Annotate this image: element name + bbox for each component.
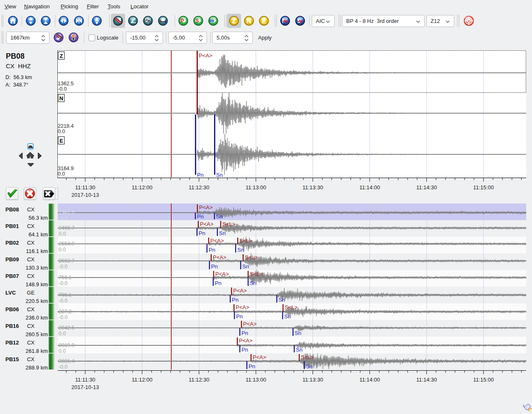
- svg-text:11:12:30: 11:12:30: [189, 184, 209, 191]
- svg-text:11:14:00: 11:14:00: [360, 377, 380, 383]
- svg-text:11:15:00: 11:15:00: [473, 377, 494, 383]
- svg-text:11:13:00: 11:13:00: [246, 377, 266, 383]
- svg-text:Pn: Pn: [197, 213, 204, 220]
- svg-text:-0.0: -0.0: [59, 364, 68, 370]
- svg-text:11:12:00: 11:12:00: [132, 377, 153, 383]
- svg-text:Sn: Sn: [219, 230, 226, 236]
- svg-text:P<A>: P<A>: [236, 304, 249, 310]
- svg-text:-0.0: -0.0: [58, 86, 67, 92]
- svg-text:Pn: Pn: [232, 297, 239, 303]
- svg-text:Sn: Sn: [216, 172, 223, 178]
- svg-text:Pn: Pn: [197, 172, 204, 178]
- svg-text:Pn: Pn: [211, 263, 218, 270]
- svg-text:Sn: Sn: [295, 330, 301, 336]
- svg-text:3164.9: 3164.9: [58, 166, 74, 171]
- svg-text:N: N: [246, 17, 251, 25]
- svg-text:0.0: 0.0: [59, 231, 66, 237]
- svg-text:11:14:30: 11:14:30: [416, 377, 437, 383]
- svg-text:P<A>: P<A>: [210, 238, 224, 244]
- svg-text:11:11:30: 11:11:30: [75, 184, 96, 191]
- svg-text:Pn: Pn: [241, 330, 248, 336]
- svg-text:S<L>: S<L>: [245, 254, 258, 260]
- svg-text:P<A>: P<A>: [199, 204, 213, 211]
- svg-text:0.0: 0.0: [58, 171, 65, 177]
- svg-text:Pn: Pn: [199, 230, 205, 236]
- svg-text:11:13:30: 11:13:30: [303, 184, 323, 191]
- svg-text:S<L>: S<L>: [239, 238, 252, 244]
- svg-text:C: C: [149, 21, 152, 25]
- svg-text:P<A>: P<A>: [215, 271, 229, 277]
- svg-text:P<A>: P<A>: [233, 288, 247, 294]
- svg-text:Sn: Sn: [242, 263, 249, 270]
- svg-text:11:15:00: 11:15:00: [473, 184, 494, 191]
- svg-text:E: E: [59, 138, 63, 144]
- svg-text:1362.5: 1362.5: [58, 81, 74, 87]
- svg-text:Z: Z: [60, 53, 63, 59]
- svg-text:Sn: Sn: [216, 213, 223, 220]
- svg-text:P<A>: P<A>: [200, 221, 214, 227]
- svg-text:P<A>: P<A>: [213, 254, 227, 260]
- svg-text:11:12:30: 11:12:30: [189, 377, 209, 383]
- svg-text:Pn: Pn: [209, 247, 215, 253]
- svg-text:-0.0: -0.0: [59, 216, 68, 221]
- svg-text:P<A>: P<A>: [253, 354, 266, 360]
- svg-text:11:14:00: 11:14:00: [360, 184, 380, 191]
- svg-text:P: P: [181, 18, 184, 24]
- svg-text:Pn: Pn: [241, 347, 248, 353]
- svg-text:Pn: Pn: [249, 363, 255, 369]
- svg-text:E: E: [262, 17, 266, 25]
- svg-text:-0.0: -0.0: [59, 298, 68, 304]
- svg-text:Sn: Sn: [250, 280, 256, 286]
- svg-text:P<A>: P<A>: [243, 321, 257, 327]
- svg-text:-0.0: -0.0: [59, 280, 68, 286]
- svg-text:11:12:00: 11:12:00: [132, 184, 153, 191]
- svg-text:Pn: Pn: [236, 313, 243, 320]
- svg-text:0.0: 0.0: [59, 348, 66, 354]
- svg-text:N: N: [59, 95, 63, 102]
- svg-text:11:13:30: 11:13:30: [303, 377, 323, 383]
- svg-text:S<L>: S<L>: [222, 221, 235, 227]
- svg-text:S<L>: S<L>: [250, 271, 263, 277]
- svg-text:P<A>: P<A>: [199, 52, 213, 59]
- svg-text:Pn: Pn: [215, 280, 222, 286]
- svg-text:-0.0: -0.0: [59, 315, 68, 320]
- svg-text:2017-10-13: 2017-10-13: [71, 384, 99, 390]
- svg-text:11:14:30: 11:14:30: [416, 184, 437, 191]
- svg-text:Sn: Sn: [296, 347, 303, 353]
- svg-text:S<L>: S<L>: [285, 304, 298, 310]
- svg-text:0.0: 0.0: [59, 247, 66, 253]
- svg-text:-0.0: -0.0: [59, 264, 68, 270]
- svg-text:2218.4: 2218.4: [58, 123, 74, 129]
- svg-text:Sn: Sn: [237, 247, 244, 253]
- svg-text:S: S: [196, 18, 199, 24]
- svg-text:11:11:30: 11:11:30: [75, 377, 96, 383]
- svg-text:Sn: Sn: [284, 313, 291, 320]
- svg-text:Sn: Sn: [278, 297, 285, 303]
- svg-text:Sn: Sn: [306, 363, 313, 369]
- svg-text:0.0: 0.0: [59, 331, 66, 337]
- svg-text:11:13:00: 11:13:00: [246, 184, 266, 191]
- svg-text:Z: Z: [232, 17, 236, 25]
- svg-text:2017-10-13: 2017-10-13: [71, 192, 99, 198]
- svg-text:P<A>: P<A>: [239, 337, 253, 344]
- svg-text:0.0: 0.0: [58, 129, 65, 134]
- svg-text:S<L>: S<L>: [301, 354, 314, 360]
